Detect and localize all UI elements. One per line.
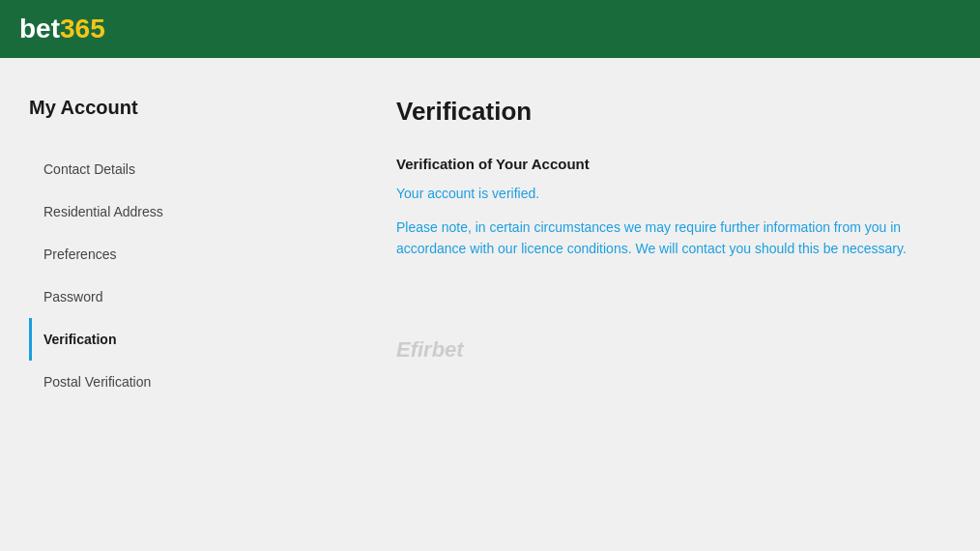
sidebar-link-verification[interactable]: Verification <box>29 318 242 361</box>
sidebar-item-verification: Verification <box>29 318 242 361</box>
sidebar-link-postal-verification[interactable]: Postal Verification <box>29 361 242 403</box>
logo-bet-text: bet <box>19 14 60 44</box>
sidebar: My Account Contact Details Residential A… <box>29 97 242 512</box>
main-content: My Account Contact Details Residential A… <box>0 58 980 551</box>
sidebar-nav: Contact Details Residential Address Pref… <box>29 148 242 403</box>
notice-text: Please note, in certain circumstances we… <box>396 217 961 260</box>
site-logo[interactable]: bet365 <box>19 14 105 44</box>
sidebar-item-residential-address: Residential Address <box>29 190 242 233</box>
sidebar-item-contact-details: Contact Details <box>29 148 242 190</box>
verified-status-text: Your account is verified. <box>396 186 961 201</box>
sidebar-title: My Account <box>29 97 242 119</box>
site-header: bet365 <box>0 0 980 58</box>
verification-section-title: Verification of Your Account <box>396 156 961 172</box>
sidebar-item-password: Password <box>29 276 242 318</box>
sidebar-link-contact-details[interactable]: Contact Details <box>29 148 242 190</box>
content-area: Verification Verification of Your Accoun… <box>242 97 961 512</box>
sidebar-link-password[interactable]: Password <box>29 276 242 318</box>
sidebar-link-preferences[interactable]: Preferences <box>29 233 242 276</box>
sidebar-link-residential-address[interactable]: Residential Address <box>29 190 242 233</box>
sidebar-item-postal-verification: Postal Verification <box>29 361 242 403</box>
page-title: Verification <box>396 97 961 127</box>
logo-365-text: 365 <box>60 14 105 44</box>
watermark-text: Efirbet <box>396 337 961 362</box>
sidebar-item-preferences: Preferences <box>29 233 242 276</box>
